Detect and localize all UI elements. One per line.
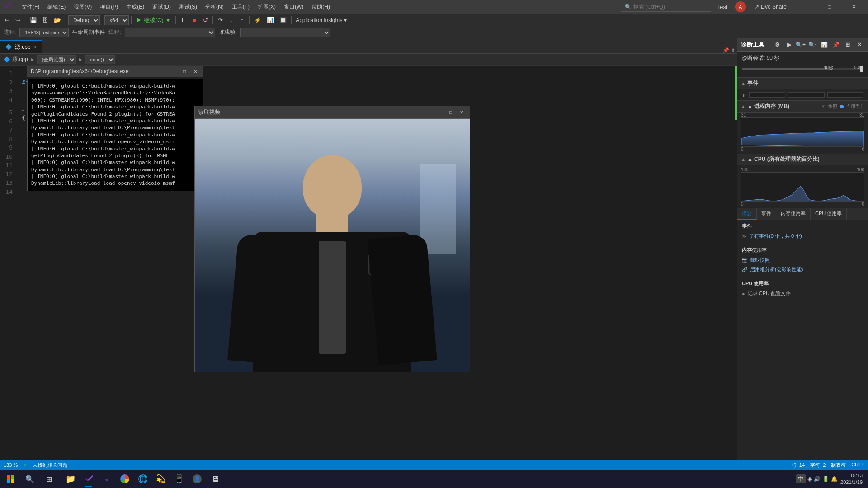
pause-button[interactable]: ⏸ (178, 15, 189, 25)
taskbar-app-vs[interactable] (80, 470, 97, 488)
stack-select[interactable] (240, 28, 330, 37)
platform-select[interactable]: x64 (104, 15, 129, 25)
method-select[interactable]: main() (85, 55, 115, 64)
menu-window[interactable]: 窗口(W) (280, 1, 307, 13)
tab-events[interactable]: 事件 (757, 208, 776, 220)
video-content (195, 119, 470, 372)
console-maximize[interactable]: □ (180, 68, 189, 75)
start-button[interactable] (2, 470, 20, 488)
step-into[interactable]: ↓ (226, 15, 236, 25)
scope-arrow[interactable]: ▶ (30, 57, 35, 62)
search-input[interactable] (633, 4, 701, 10)
menu-help[interactable]: 帮助(H) (308, 1, 334, 13)
console-line-7: DynamicLib::libraryLoad load D:\Programm… (31, 124, 199, 131)
step-over[interactable]: ↷ (215, 15, 225, 25)
taskbar-app-vs2[interactable]: ⬥ (98, 470, 115, 488)
redo-button[interactable]: ↪ (13, 15, 23, 25)
record-cpu-item[interactable]: ● 记录 CPU 配置文件 (742, 289, 863, 298)
time-fill (742, 68, 833, 70)
save-button[interactable]: 💾 (28, 15, 39, 25)
cpu-section-header[interactable]: ▲ ▲ CPU (所有处理器的百分比) (737, 154, 868, 165)
restart-button[interactable]: ↺ (200, 15, 210, 25)
taskbar-app-monitor[interactable]: 🖥 (207, 470, 224, 488)
pause-icon: ⏸ (742, 93, 746, 98)
menu-file[interactable]: 文件(F) (18, 1, 43, 13)
source-tab[interactable]: 🔷 源.cpp × (0, 40, 42, 53)
menu-build[interactable]: 生成(B) (123, 1, 148, 13)
diag-zoom-out-icon[interactable]: 🔍- (807, 40, 817, 50)
taskbar-app-edge[interactable]: 🌐 (134, 470, 151, 488)
video-close[interactable]: ✕ (457, 109, 466, 116)
taskbar-app-profile[interactable]: 👤 (189, 470, 206, 488)
task-view-button[interactable]: ⊞ (40, 470, 58, 488)
menu-tools[interactable]: 工具(T) (228, 1, 253, 13)
heap-analysis-item[interactable]: 🔗 启用堆分析(会影响性能) (742, 265, 863, 274)
video-maximize[interactable]: □ (446, 109, 455, 116)
menu-edit[interactable]: 编辑(E) (44, 1, 69, 13)
menu-debug[interactable]: 调试(D) (149, 1, 175, 13)
step-out[interactable]: ↑ (237, 15, 247, 25)
search-box[interactable]: 🔍 (621, 2, 711, 12)
video-window[interactable]: 读取视频 — □ ✕ (194, 106, 470, 372)
memory-labels: 31 31 (741, 113, 864, 117)
clock[interactable]: 15:13 2021/1/19 (840, 472, 863, 486)
tab-summary[interactable]: 摘要 (737, 208, 757, 220)
all-events-item[interactable]: ≫ 所有事件(0 个，共 0 个) (742, 231, 863, 241)
take-snapshot-item[interactable]: 📷 截取快照 (742, 255, 863, 265)
svg-rect-2 (7, 479, 10, 483)
console-win-buttons: — □ ✕ (169, 68, 200, 75)
console-close[interactable]: ✕ (191, 68, 200, 75)
tab-close-icon[interactable]: × (33, 44, 36, 50)
memory-chart-svg (741, 118, 864, 147)
diag-settings-icon[interactable]: ⚙ (772, 40, 782, 50)
menu-extensions[interactable]: 扩展(X) (254, 1, 279, 13)
mem-btn[interactable]: 🔲 (277, 15, 289, 25)
taskbar-app-explorer[interactable]: 📁 (62, 470, 79, 488)
undo-button[interactable]: ↩ (2, 15, 12, 25)
taskbar-app-6[interactable]: 💫 (152, 470, 170, 488)
taskbar-app-terminal[interactable]: 📱 (170, 470, 188, 488)
maximize-button[interactable]: □ (819, 0, 840, 14)
separator (25, 16, 25, 24)
diag-start-icon[interactable]: ▶ (784, 40, 794, 50)
scope-select[interactable]: (全局范围) (37, 55, 76, 64)
memory-legend2: 专用字节 (846, 103, 864, 110)
tab-memory-usage[interactable]: 内存使用率 (776, 208, 811, 220)
console-minimize[interactable]: — (169, 68, 178, 75)
taskbar: 🔍 ⊞ 📁 ⬥ 🌐 💫 📱 👤 🖥 中 ◉ 🔊 🔋 (0, 470, 868, 488)
method-arrow[interactable]: ▶ (78, 57, 83, 62)
events-section-header[interactable]: ▲ 事件 (737, 78, 868, 89)
menu-analyze[interactable]: 分析(N) (202, 1, 227, 13)
stop-button[interactable]: ■ (189, 15, 199, 25)
console-line-11: getPluginCandidates Found 2 plugin(s) fo… (31, 152, 199, 159)
minimize-button[interactable]: — (795, 0, 816, 14)
debug-config-select[interactable]: Debug (68, 15, 100, 25)
tab-cpu-usage[interactable]: CPU 使用率 (811, 208, 847, 220)
live-share-button[interactable]: ↗ Live Share (750, 2, 791, 12)
status-bar: 133 % ✓ 未找到相关问题 行: 14 字符: 2 制表符 CRLF (0, 460, 868, 470)
diag-zoom-in-icon[interactable]: 🔍+ (796, 40, 806, 50)
thread-select[interactable] (125, 28, 215, 37)
pin-icon: 📌 (723, 47, 729, 53)
menu-project[interactable]: 项目(P) (96, 1, 122, 13)
diag-dock-icon[interactable]: ⊞ (843, 40, 853, 50)
save-all-button[interactable]: 🗄 (40, 15, 51, 25)
taskbar-app-chrome[interactable] (116, 470, 133, 488)
menu-view[interactable]: 视图(V) (70, 1, 95, 13)
diag-chart-icon[interactable]: 📊 (819, 40, 829, 50)
video-minimize[interactable]: — (435, 109, 444, 116)
open-button[interactable]: 📂 (52, 15, 63, 25)
continue-button[interactable]: ▶ 继续(C) ▼ (134, 15, 173, 26)
process-select[interactable]: [15848] test.exe (19, 28, 69, 37)
menu-test[interactable]: 测试(S) (175, 1, 201, 13)
close-button[interactable]: ✕ (844, 0, 864, 14)
memory-section-header[interactable]: ▲ ▲ 进程内存 (MB) ▼ 快照 专用字节 (737, 101, 868, 113)
diag-close-icon[interactable]: ✕ (854, 40, 864, 50)
taskbar-search-button[interactable]: 🔍 (21, 470, 39, 488)
diag-pin-icon[interactable]: 📌 (831, 40, 841, 50)
time-handle[interactable] (860, 66, 863, 72)
diag-btn[interactable]: 📊 (264, 15, 276, 25)
perf-btn[interactable]: ⚡ (252, 15, 264, 25)
cpu-arrow-icon: ▲ (741, 157, 745, 162)
heap-analysis-label: 启用堆分析(会影响性能) (750, 266, 803, 273)
